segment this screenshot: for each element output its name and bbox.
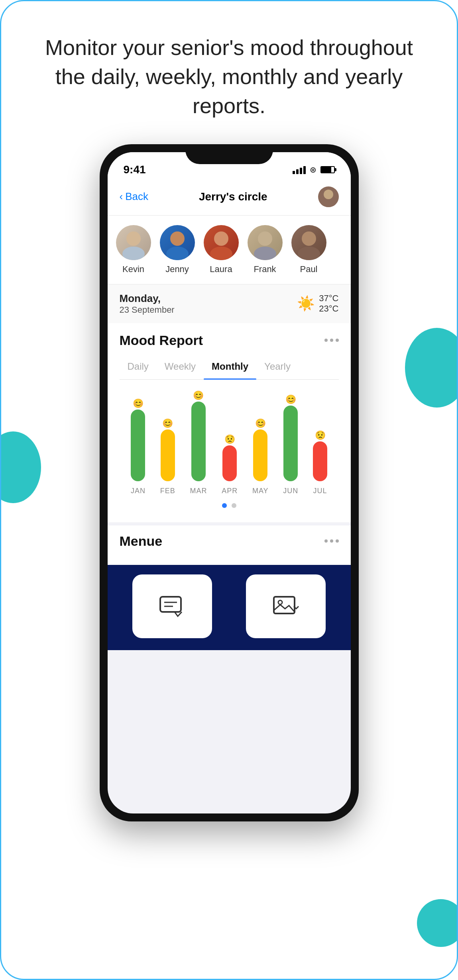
nav-messages-button[interactable] [132, 574, 212, 638]
phone-frame: 9:41 ⊛ ‹ Bac [100, 144, 359, 821]
tab-daily[interactable]: Daily [120, 356, 157, 379]
page-dot-2[interactable] [232, 503, 236, 508]
bar-jan-wrapper: 😊 [131, 399, 145, 481]
more-options-button[interactable] [324, 339, 339, 342]
bar-may: 😊 MAY [252, 419, 269, 495]
signal-bars-icon [293, 165, 306, 174]
member-jenny[interactable]: Jenny [159, 225, 195, 274]
circle-members: Kevin Jenny Laura [108, 216, 351, 284]
menue-more-options-button[interactable] [324, 539, 339, 543]
weather-temps: 37°C 23°C [319, 293, 338, 314]
bar-may-fill [253, 429, 267, 481]
avatar [318, 186, 339, 207]
svg-point-16 [278, 600, 282, 604]
tab-weekly[interactable]: Weekly [157, 356, 204, 379]
page-wrapper: Monitor your senior's mood throughout th… [0, 0, 458, 980]
bar-mar-face: 😊 [193, 391, 204, 400]
tab-monthly[interactable]: Monthly [204, 356, 256, 379]
bar-jan-label: JAN [131, 487, 145, 495]
svg-rect-12 [160, 597, 181, 612]
battery-fill [321, 167, 332, 172]
bar-jan-fill [131, 410, 145, 481]
bar-apr-fill [222, 445, 237, 481]
svg-point-0 [324, 190, 333, 199]
status-time: 9:41 [124, 163, 146, 176]
nav-title: Jerry's circle [199, 190, 267, 203]
svg-point-11 [298, 247, 320, 260]
battery-icon [320, 166, 335, 173]
wifi-icon: ⊛ [310, 165, 316, 174]
member-laura[interactable]: Laura [203, 225, 239, 274]
temp-high: 37°C [319, 293, 338, 304]
bar-jan: 😊 JAN [131, 399, 145, 495]
signal-bar-4 [303, 166, 306, 174]
temp-low: 23°C [319, 304, 338, 314]
svg-point-6 [214, 231, 228, 246]
bar-apr-wrapper: 😟 [222, 435, 237, 481]
member-avatar-laura [204, 225, 239, 260]
weather: ☀️ 37°C 23°C [297, 293, 338, 314]
bar-mar: 😊 MAR [190, 391, 207, 495]
bar-feb-label: FEB [160, 487, 175, 495]
menue-dot-1 [324, 539, 328, 543]
chevron-left-icon: ‹ [120, 190, 123, 203]
svg-point-10 [302, 231, 316, 246]
bar-feb: 😊 FEB [160, 419, 175, 495]
bar-jun-face: 😊 [285, 395, 296, 404]
pagination-dots [120, 503, 339, 508]
signal-bar-1 [293, 171, 295, 174]
date-text: Monday, 23 September [120, 292, 175, 315]
member-paul[interactable]: Paul [291, 225, 327, 274]
member-avatar-kevin [116, 225, 151, 260]
bar-may-face: 😊 [255, 419, 266, 428]
svg-point-4 [170, 231, 185, 246]
svg-point-7 [210, 247, 232, 260]
member-name-frank: Frank [254, 264, 276, 274]
back-button[interactable]: ‹ Back [120, 190, 148, 203]
image-icon [271, 594, 300, 618]
bar-jun-wrapper: 😊 [283, 395, 298, 481]
svg-point-3 [122, 247, 145, 260]
member-name-laura: Laura [210, 264, 232, 274]
nav-gallery-button[interactable] [246, 574, 326, 638]
nav-bar: ‹ Back Jerry's circle [108, 180, 351, 216]
menue-section: Menue [108, 525, 351, 565]
mood-report-title: Mood Report [120, 333, 203, 348]
bar-jun: 😊 JUN [283, 395, 298, 495]
blob-left [0, 431, 41, 503]
member-name-paul: Paul [300, 264, 317, 274]
status-icons: ⊛ [293, 165, 335, 174]
bar-feb-fill [161, 429, 175, 481]
menue-title: Menue [120, 533, 163, 549]
member-avatar-jenny [160, 225, 195, 260]
member-frank[interactable]: Frank [247, 225, 283, 274]
blob-right [405, 328, 458, 408]
phone-screen: 9:41 ⊛ ‹ Bac [108, 152, 351, 813]
bar-jul-wrapper: 😟 [313, 431, 327, 481]
bar-apr-face: 😟 [224, 435, 235, 444]
member-name-kevin: Kevin [122, 264, 144, 274]
member-kevin[interactable]: Kevin [116, 225, 151, 274]
report-tabs: Daily Weekly Monthly Yearly [120, 356, 339, 380]
date-weather: Monday, 23 September ☀️ 37°C 23°C [108, 284, 351, 323]
bar-jun-fill [283, 406, 298, 481]
bar-mar-label: MAR [190, 487, 207, 495]
headline-text: Monitor your senior's mood throughout th… [1, 1, 457, 144]
bar-jul: 😟 JUL [313, 431, 327, 495]
bottom-nav [108, 565, 351, 650]
back-label: Back [125, 190, 148, 203]
menue-dot-2 [330, 539, 333, 543]
bar-jun-label: JUN [283, 487, 298, 495]
blob-bottom-right [417, 899, 458, 947]
member-name-jenny: Jenny [165, 264, 189, 274]
svg-point-5 [166, 247, 189, 260]
bar-apr: 😟 APR [222, 435, 238, 495]
bar-feb-face: 😊 [162, 419, 173, 428]
svg-point-8 [258, 231, 272, 246]
tab-yearly[interactable]: Yearly [256, 356, 299, 379]
page-dot-1[interactable] [222, 503, 227, 508]
dot-3 [336, 339, 339, 342]
date-sub: 23 September [120, 305, 175, 315]
dot-1 [324, 339, 328, 342]
svg-rect-15 [274, 597, 295, 613]
